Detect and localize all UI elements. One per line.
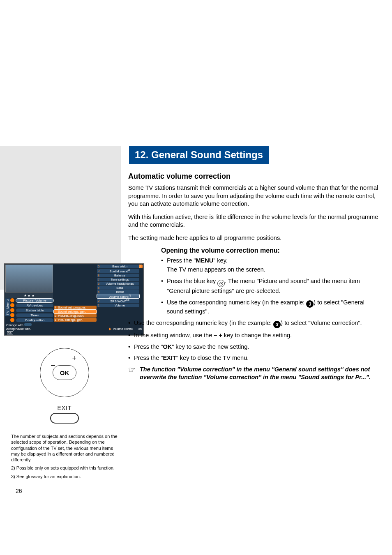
footnote-3: 3) See glossary for an explanation. — [11, 474, 118, 479]
blue-key-inline-icon — [217, 280, 225, 287]
instruction-3: Use the corresponding numeric key (in th… — [161, 299, 380, 316]
osd-main-item-configuration: Configuration — [16, 318, 53, 322]
osd-sub1-sound-settings-gen: Sound settings, gen. — [58, 310, 86, 313]
osd-stars: ★ ★ ★ — [5, 293, 53, 298]
osd-sub1-pict-set-prog: Pict.set.,prog.posn. — [58, 314, 84, 318]
footnote-2: 2) Possible only on sets equipped with t… — [11, 465, 118, 471]
osd-sub2-volume-control: Volume control3) — [101, 294, 138, 299]
instruction-1-sub: The TV menu appears on the screen. — [161, 266, 380, 274]
instructions-heading: Opening the volume correction menu: — [161, 247, 380, 254]
osd-sub2-volume-headphones: Volume headphones — [101, 282, 138, 286]
instruction-5: In the setting window, use the – + key t… — [128, 332, 380, 340]
page-number: 26 — [12, 488, 22, 494]
exit-key-icon — [50, 413, 79, 424]
osd-sub1-sound-set-prog: Sound set.,prog.pos. — [58, 306, 86, 309]
osd-main-item-av-devices: AV devices — [16, 304, 53, 307]
note-pointer-icon: ☞ — [128, 366, 136, 382]
footnote-main: The number of subjects and sections depe… — [11, 433, 118, 463]
instruction-2: Press the blue key . The menu "Picture a… — [161, 277, 380, 295]
osd-preview-image — [5, 265, 53, 292]
osd-ok-icon: OK — [7, 331, 13, 334]
osd-column-main: ★ ★ ★ TV-Menu Picture -Volume AV devices… — [5, 264, 54, 322]
right-column: Automatic volume correction Some TV stat… — [121, 168, 392, 494]
inline-numeric-3: 3 — [306, 300, 314, 308]
note: ☞ The function "Volume correction" in th… — [128, 366, 380, 382]
osd-sub2-tone-settings: Tone settings — [101, 278, 138, 281]
footnotes: The number of subjects and sections depe… — [11, 433, 118, 482]
minus-icon: – — [51, 361, 55, 369]
osd-sub2-balance: Balance — [101, 274, 138, 277]
sub-heading: Automatic volume correction — [128, 172, 380, 181]
instruction-1: Press the "MENU" key. — [161, 257, 380, 265]
osd-sub2-bass: Bass — [101, 286, 138, 290]
instruction-4: Use the corresponding numeric key (in th… — [128, 319, 380, 328]
exit-key-label: EXIT — [40, 405, 89, 411]
osd-column-sub1: 4Sound set.,prog.pos. Sound settings, ge… — [54, 292, 97, 322]
note-text: The function "Volume correction" in the … — [140, 366, 380, 382]
inline-numeric-3b: 3 — [273, 321, 281, 328]
osd-hint-accept: Accept value with. — [6, 327, 31, 331]
osd-screenshot: F1↑ ★ ★ ★ TV-Menu Picture -Volume AV dev… — [4, 263, 144, 336]
paragraph-2: With this function active, there is litt… — [128, 213, 380, 229]
osd-sub2-volume: Volume — [101, 304, 138, 307]
instruction-6: Press the "OK" key to save the new setti… — [128, 343, 380, 351]
osd-hint-change: Change with — [6, 323, 23, 327]
osd-sub2-base-width: Base width — [101, 265, 138, 268]
osd-sub2-srs-wow: SRS WOW2)3) — [101, 299, 138, 303]
paragraph-1: Some TV stations transmit their commerci… — [128, 184, 380, 208]
osd-footer: Change with Accept value with. OK Volume… — [5, 322, 143, 335]
osd-main-item-station-table: Station table — [16, 309, 53, 312]
ok-button-icon: OK — [53, 365, 76, 380]
plus-icon: + — [72, 354, 76, 363]
osd-triangle-icon — [109, 327, 111, 331]
instruction-7: Press the "EXIT" key to close the TV men… — [128, 354, 380, 362]
section-title: 12. General Sound Settings — [129, 146, 269, 164]
paragraph-3: The setting made here applies to all pro… — [128, 234, 380, 242]
osd-sub1-pict-settings-gen: Pict. settings, gen. — [58, 318, 83, 322]
osd-column-sub2: 0Base width 9Spatial sound3) 8Balance 7T… — [97, 264, 140, 322]
osd-sub2-spatial-sound: Spatial sound3) — [101, 269, 138, 273]
ok-navigator: + – OK EXIT — [40, 348, 89, 424]
osd-vertical-label: TV-Menu — [5, 298, 10, 316]
osd-main-item-timer: Timer — [16, 313, 53, 317]
osd-main-item-picture-volume: Picture -Volume — [16, 299, 53, 302]
osd-sub2-treble: Treble — [101, 290, 138, 294]
